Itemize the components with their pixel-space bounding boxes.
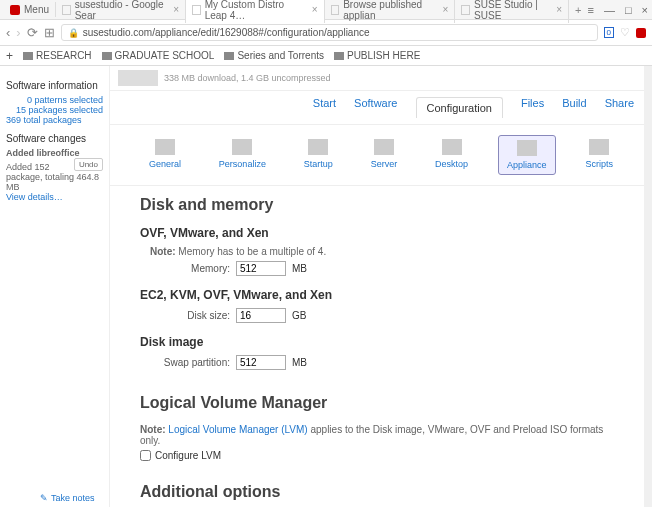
close-icon[interactable]: × xyxy=(443,4,449,15)
download-size-text: 338 MB download, 1.4 GB uncompressed xyxy=(164,73,331,83)
server-icon xyxy=(374,139,394,155)
subtab-startup[interactable]: Startup xyxy=(296,135,341,175)
subtab-personalize[interactable]: Personalize xyxy=(211,135,274,175)
gb-unit: GB xyxy=(292,310,306,321)
google-icon xyxy=(62,5,71,15)
close-icon[interactable]: × xyxy=(173,4,179,15)
menu-icon[interactable]: ≡ xyxy=(587,4,593,16)
undo-button[interactable]: Undo xyxy=(74,158,103,171)
lvm-heading: Logical Volume Manager xyxy=(140,394,622,412)
folder-icon xyxy=(224,52,234,60)
additional-options-section: Additional options Add live installer to… xyxy=(110,473,652,507)
bookmark-folder[interactable]: GRADUATE SCHOOL xyxy=(102,50,215,61)
tab-build[interactable]: Build xyxy=(562,97,586,118)
memory-label: Memory: xyxy=(160,263,230,274)
desktop-icon xyxy=(442,139,462,155)
folder-icon xyxy=(23,52,33,60)
bookmarks-bar: + RESEARCH GRADUATE SCHOOL Series and To… xyxy=(0,46,652,66)
subtab-scripts[interactable]: Scripts xyxy=(577,135,621,175)
memory-input[interactable] xyxy=(236,261,286,276)
lvm-link[interactable]: Logical Volume Manager (LVM) xyxy=(168,424,307,435)
ovf-heading: OVF, VMware, and Xen xyxy=(140,226,622,240)
ec2-heading: EC2, KVM, OVF, VMware, and Xen xyxy=(140,288,622,302)
top-info-bar: 338 MB download, 1.4 GB uncompressed xyxy=(110,66,652,91)
software-changes-heading: Software changes xyxy=(6,133,103,144)
subtab-server[interactable]: Server xyxy=(363,135,406,175)
swap-input[interactable] xyxy=(236,355,286,370)
scrollbar[interactable] xyxy=(644,66,652,507)
memory-note: Memory has to be a multiple of 4. xyxy=(178,246,326,257)
close-window-icon[interactable]: × xyxy=(642,4,648,16)
favicon-icon xyxy=(331,5,340,15)
tab-start[interactable]: Start xyxy=(313,97,336,118)
nav-tabs: Start Software Configuration Files Build… xyxy=(110,91,652,125)
favicon-icon xyxy=(192,5,201,15)
maximize-icon[interactable]: □ xyxy=(625,4,632,16)
tab-share[interactable]: Share xyxy=(605,97,634,118)
lock-icon: 🔒 xyxy=(68,28,79,38)
personalize-icon xyxy=(232,139,252,155)
browser-titlebar: Menu susestudio - Google Sear× My Custom… xyxy=(0,0,652,20)
heart-icon[interactable]: ♡ xyxy=(620,26,630,39)
general-icon xyxy=(155,139,175,155)
config-subtabs: General Personalize Startup Server Deskt… xyxy=(110,125,652,186)
disk-image-heading: Disk image xyxy=(140,335,622,349)
packages-link[interactable]: 15 packages selected xyxy=(6,105,103,115)
address-input[interactable]: 🔒 susestudio.com/appliance/edit/1629088#… xyxy=(61,24,598,41)
tab-configuration[interactable]: Configuration xyxy=(416,97,503,118)
bookmark-folder[interactable]: Series and Torrents xyxy=(224,50,324,61)
sidebar: Software information 0 patterns selected… xyxy=(0,66,110,507)
take-notes-link[interactable]: ✎Take notes xyxy=(40,493,95,503)
browser-tab-active[interactable]: My Custom Distro Leap 4…× xyxy=(186,0,325,23)
configure-lvm-checkbox[interactable] xyxy=(140,450,151,461)
disk-memory-section: Disk and memory OVF, VMware, and Xen Not… xyxy=(110,186,652,384)
disk-memory-heading: Disk and memory xyxy=(140,196,622,214)
lvm-section: Logical Volume Manager Note: Logical Vol… xyxy=(110,384,652,473)
added-libreoffice: Added libreofficeUndo xyxy=(6,148,103,158)
minimize-icon[interactable]: — xyxy=(604,4,615,16)
url-text: susestudio.com/appliance/edit/1629088#/c… xyxy=(83,27,370,38)
disk-size-input[interactable] xyxy=(236,308,286,323)
favicon-icon xyxy=(461,5,470,15)
bookmark-folder[interactable]: PUBLISH HERE xyxy=(334,50,420,61)
forward-icon[interactable]: › xyxy=(16,25,20,40)
folder-icon xyxy=(334,52,344,60)
appliance-thumb xyxy=(118,70,158,86)
scripts-icon xyxy=(589,139,609,155)
view-details-link[interactable]: View details… xyxy=(6,192,103,202)
reload-icon[interactable]: ⟳ xyxy=(27,25,38,40)
pencil-icon: ✎ xyxy=(40,493,48,503)
total-packages-link[interactable]: 369 total packages xyxy=(6,115,103,125)
browser-tab[interactable]: susestudio - Google Sear× xyxy=(56,0,186,23)
patterns-link[interactable]: 0 patterns selected xyxy=(6,95,103,105)
shield-badge[interactable]: 0 xyxy=(604,27,614,38)
disk-size-label: Disk size: xyxy=(160,310,230,321)
close-icon[interactable]: × xyxy=(312,4,318,15)
software-info-heading: Software information xyxy=(6,80,103,91)
new-tab-button[interactable]: + xyxy=(569,4,587,16)
apps-icon[interactable]: ⊞ xyxy=(44,25,55,40)
tab-software[interactable]: Software xyxy=(354,97,397,118)
back-icon[interactable]: ‹ xyxy=(6,25,10,40)
appliance-icon xyxy=(517,140,537,156)
extension-icon[interactable] xyxy=(636,28,646,38)
mb-unit: MB xyxy=(292,357,307,368)
opera-icon xyxy=(10,5,20,15)
close-icon[interactable]: × xyxy=(556,4,562,15)
mb-unit: MB xyxy=(292,263,307,274)
subtab-appliance[interactable]: Appliance xyxy=(498,135,556,175)
browser-tab[interactable]: SUSE Studio | SUSE× xyxy=(455,0,569,23)
startup-icon xyxy=(308,139,328,155)
subtab-desktop[interactable]: Desktop xyxy=(427,135,476,175)
folder-icon xyxy=(102,52,112,60)
tab-files[interactable]: Files xyxy=(521,97,544,118)
add-bookmark-icon[interactable]: + xyxy=(6,49,13,63)
url-bar: ‹ › ⟳ ⊞ 🔒 susestudio.com/appliance/edit/… xyxy=(0,20,652,46)
browser-tab[interactable]: Browse published applian× xyxy=(325,0,456,23)
configure-lvm-label: Configure LVM xyxy=(155,450,221,461)
subtab-general[interactable]: General xyxy=(141,135,189,175)
main-panel: 338 MB download, 1.4 GB uncompressed Sta… xyxy=(110,66,652,507)
opera-menu-button[interactable]: Menu xyxy=(4,2,56,17)
bookmark-folder[interactable]: RESEARCH xyxy=(23,50,92,61)
swap-label: Swap partition: xyxy=(160,357,230,368)
